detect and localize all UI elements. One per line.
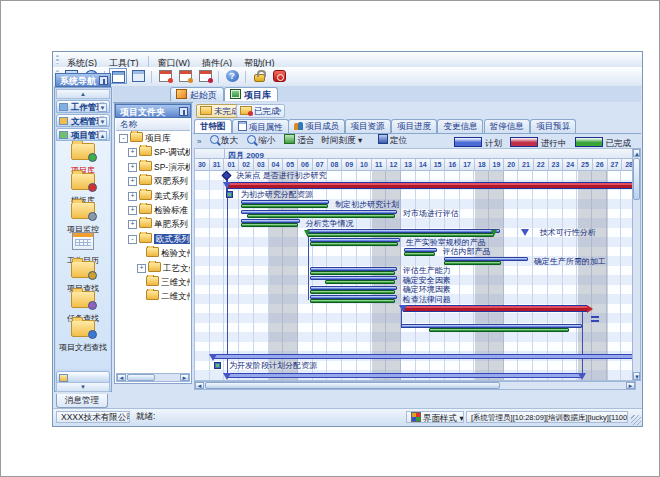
tree-item-检验文件[interactable]: 检验文件 xyxy=(116,246,190,260)
tree-item-美式系列[interactable]: +美式系列 xyxy=(116,189,190,203)
task-bar-small[interactable] xyxy=(226,191,233,198)
gantt-tab-项目成员[interactable]: 项目成员 xyxy=(288,119,345,133)
sidebar-panel-工作管理[interactable]: 工作管理▼ xyxy=(56,100,110,113)
expand-icon[interactable]: + xyxy=(128,192,137,201)
scroll-left-arrow[interactable]: ◄ xyxy=(195,382,204,389)
tree-item-三维文件[interactable]: 三维文件 xyxy=(116,275,190,289)
gantt-tool-时间刻度[interactable]: 时间刻度 ▾ xyxy=(319,134,366,148)
gantt-chart[interactable]: 决策点 是否进行初步研究为初步研究分配资源制定初步研究计划对市场进行评估分析竞争… xyxy=(194,171,636,381)
status-style-selector[interactable]: 界面样式 ▾ xyxy=(406,411,464,423)
sidebar-scroll-down[interactable]: ▼ xyxy=(56,382,110,392)
scroll-left-arrow[interactable]: ◄ xyxy=(117,374,126,381)
sidebar-item-项目查找[interactable]: 项目查找 xyxy=(56,261,110,294)
lock-button[interactable] xyxy=(250,68,268,84)
task-bar-small[interactable] xyxy=(214,362,221,369)
tab-起始页[interactable]: 起始页 xyxy=(170,87,224,101)
gantt-tab-暂停信息[interactable]: 暂停信息 xyxy=(484,119,530,133)
sidebar-scroll-up[interactable]: ▲ xyxy=(56,89,110,99)
sidebar-panel-文档管理[interactable]: 文档管理▼ xyxy=(56,114,110,127)
calendar-edit-button[interactable] xyxy=(176,68,194,84)
expand-icon[interactable]: + xyxy=(128,163,137,172)
plan-bar[interactable] xyxy=(401,324,582,328)
sidebar-item-模板库[interactable]: 模板库 xyxy=(56,173,110,206)
menu-grip[interactable] xyxy=(56,55,59,64)
gantt-tool-放大[interactable]: 放大 xyxy=(207,134,241,148)
tab-项目库[interactable]: 项目库 xyxy=(224,87,278,101)
progress-bar[interactable] xyxy=(404,252,435,256)
sidebar-item-任务查找[interactable]: 任务查找 xyxy=(56,291,110,324)
toolbar-overflow-chevron[interactable]: » xyxy=(197,137,201,146)
progress-bar[interactable] xyxy=(310,299,395,303)
progress-bar[interactable] xyxy=(241,223,298,227)
gantt-tool-定位[interactable]: 定位 xyxy=(375,134,410,148)
expand-icon[interactable]: + xyxy=(128,148,137,157)
window-cascade-button[interactable] xyxy=(129,68,147,84)
progress-bar[interactable] xyxy=(241,204,328,208)
messages-tab[interactable]: 消息管理 xyxy=(56,394,108,408)
gantt-tab-项目进度[interactable]: 项目进度 xyxy=(391,119,437,133)
calendar-delete-button[interactable] xyxy=(196,68,214,84)
gantt-tab-变更信息[interactable]: 变更信息 xyxy=(437,119,483,133)
gantt-tool-缩小[interactable]: 缩小 xyxy=(244,134,278,148)
tree-item-双肥系列[interactable]: +双肥系列 xyxy=(116,174,190,188)
expand-icon[interactable]: + xyxy=(128,206,137,215)
progress-bar[interactable] xyxy=(429,328,569,332)
plan-bar[interactable] xyxy=(404,248,436,252)
expand-icon[interactable]: + xyxy=(137,264,146,273)
panel-toggle-button[interactable]: ▼ xyxy=(98,103,107,112)
gantt-tab-甘特图[interactable]: 甘特图 xyxy=(194,119,232,133)
gantt-tab-项目属性[interactable]: 项目属性 xyxy=(232,119,289,133)
progress-bar[interactable] xyxy=(307,233,494,237)
plan-bar[interactable] xyxy=(310,286,397,290)
progress-bar[interactable] xyxy=(247,214,396,218)
scroll-thumb[interactable] xyxy=(205,382,500,389)
plan-bar[interactable] xyxy=(241,210,397,214)
progress-bar[interactable] xyxy=(310,242,398,246)
gantt-tool-适合[interactable]: 适合 xyxy=(281,134,317,148)
collapse-icon[interactable]: - xyxy=(128,235,137,244)
tree-item-检验标准[interactable]: +检验标准 xyxy=(116,203,190,217)
tree-item-欧式系列[interactable]: -欧式系列 xyxy=(116,232,190,246)
collapse-icon[interactable]: - xyxy=(119,134,128,143)
scroll-up-arrow[interactable]: ▲ xyxy=(633,149,640,157)
gantt-tab-项目资源[interactable]: 项目资源 xyxy=(345,119,391,133)
panel-toggle-button[interactable]: ▼ xyxy=(98,117,107,126)
tree-item-SP-调试机系[interactable]: +SP-调试机系 xyxy=(116,145,190,159)
scroll-thumb[interactable] xyxy=(127,374,155,381)
panel-toggle-button[interactable]: ▲ xyxy=(98,131,107,140)
sidebar-item-项目库[interactable]: 项目库 xyxy=(56,143,110,176)
summary-bar[interactable] xyxy=(227,373,582,378)
tree-column-header[interactable]: 名称 xyxy=(116,118,190,131)
filter-overflow-chevron[interactable]: » xyxy=(277,106,281,115)
expand-icon[interactable]: + xyxy=(128,220,137,229)
help-button[interactable] xyxy=(223,68,241,84)
tree-item-项目库[interactable]: -项目库 xyxy=(116,131,190,145)
gantt-tab-项目预算[interactable]: 项目预算 xyxy=(530,119,576,133)
scroll-right-arrow[interactable]: ► xyxy=(180,374,189,381)
progress-bar[interactable] xyxy=(310,290,395,294)
tree-item-二维文件[interactable]: 二维文件 xyxy=(116,289,190,303)
tree-item-单肥系列[interactable]: +单肥系列 xyxy=(116,217,190,231)
sidebar-item-项目监控[interactable]: 项目监控 xyxy=(56,202,110,235)
plan-bar[interactable] xyxy=(310,267,397,271)
sidebar-item-项目文档查找[interactable]: 项目文档查找 xyxy=(56,320,110,353)
gantt-v-scrollbar[interactable]: ▲ ▼ xyxy=(632,148,641,381)
window-button[interactable] xyxy=(109,68,127,84)
exit-button[interactable] xyxy=(270,68,288,84)
scroll-thumb[interactable] xyxy=(633,158,640,200)
expand-icon[interactable]: + xyxy=(128,177,137,186)
pin-icon[interactable] xyxy=(179,107,188,116)
in-progress-summary-bar[interactable] xyxy=(227,182,636,189)
pin-icon[interactable] xyxy=(99,76,108,85)
in-progress-summary-bar[interactable] xyxy=(403,305,587,312)
scroll-down-arrow[interactable]: ▼ xyxy=(633,372,640,380)
tree-h-scrollbar[interactable]: ◄ ► xyxy=(116,373,190,382)
summary-bar[interactable] xyxy=(213,354,636,359)
sidebar-panel-项目管理[interactable]: 项目管理▲ xyxy=(56,128,110,141)
scroll-right-arrow[interactable]: ► xyxy=(626,382,635,389)
gantt-h-scrollbar[interactable]: ◄ ► xyxy=(194,381,636,390)
progress-bar[interactable] xyxy=(310,271,395,275)
resize-grip[interactable] xyxy=(631,415,641,425)
progress-bar[interactable] xyxy=(325,280,396,284)
milestone-marker[interactable] xyxy=(221,171,231,180)
